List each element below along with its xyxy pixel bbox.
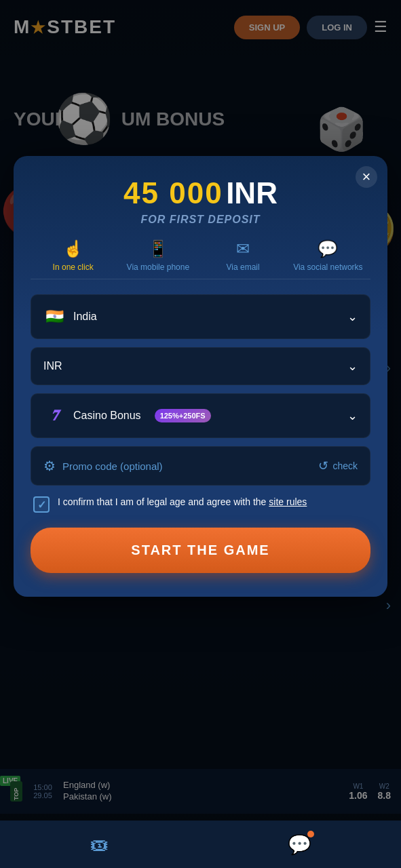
email-icon: ✉ bbox=[236, 239, 250, 258]
currency-selector[interactable]: INR ⌄ bbox=[31, 347, 370, 385]
currency-chevron-icon: ⌄ bbox=[347, 359, 358, 374]
casino-icon: 𝟕 bbox=[43, 405, 65, 427]
hand-pointer-icon: ☝ bbox=[63, 239, 83, 258]
tab-social-label: Via social networks bbox=[293, 262, 363, 272]
country-field-left: 🇮🇳 India bbox=[43, 306, 97, 328]
social-chat-icon: 💬 bbox=[318, 239, 338, 258]
chat-icon[interactable]: 💬 bbox=[288, 833, 311, 856]
bonus-number: 45 000 bbox=[123, 176, 223, 210]
tab-one-click-label: In one click bbox=[53, 262, 94, 272]
promo-check-button[interactable]: ↺ check bbox=[318, 458, 358, 473]
promo-code-row[interactable]: ⚙ Promo code (optional) ↺ check bbox=[31, 446, 370, 486]
country-selector[interactable]: 🇮🇳 India ⌄ bbox=[31, 294, 370, 339]
chevron-down-icon: ⌄ bbox=[347, 309, 358, 324]
registration-tabs: ☝ In one click 📱 Via mobile phone ✉ Via … bbox=[31, 239, 370, 279]
ticket-icon[interactable]: 🎟 bbox=[90, 833, 109, 856]
country-name: India bbox=[73, 311, 97, 323]
bonus-currency: INR bbox=[226, 176, 278, 210]
refresh-icon: ↺ bbox=[318, 458, 328, 473]
casino-label: Casino Bonus bbox=[73, 410, 141, 422]
bonus-amount-display: 45 000 INR bbox=[31, 176, 370, 210]
bonus-field-left: 𝟕 Casino Bonus 125%+250FS bbox=[43, 405, 211, 427]
close-button[interactable]: × bbox=[356, 166, 377, 188]
tab-email-label: Via email bbox=[227, 262, 260, 272]
bottom-navigation: 🎟 💬 bbox=[0, 821, 401, 868]
country-flag: 🇮🇳 bbox=[43, 306, 65, 328]
site-rules-link[interactable]: site rules bbox=[269, 496, 307, 507]
tab-mobile-label: Via mobile phone bbox=[127, 262, 190, 272]
tab-social[interactable]: 💬 Via social networks bbox=[286, 239, 370, 272]
legal-checkbox[interactable]: ✓ bbox=[33, 496, 50, 513]
bonus-chevron-icon: ⌄ bbox=[347, 408, 358, 423]
tab-one-click[interactable]: ☝ In one click bbox=[31, 239, 115, 272]
promo-left: ⚙ Promo code (optional) bbox=[43, 458, 163, 474]
tab-email[interactable]: ✉ Via email bbox=[201, 239, 286, 272]
start-game-button[interactable]: START THE GAME bbox=[31, 528, 370, 573]
modal: × 45 000 INR FOR FIRST DEPOSIT ☝ In one … bbox=[14, 156, 387, 597]
promo-placeholder-text: Promo code (optional) bbox=[62, 460, 163, 472]
bonus-selector[interactable]: 𝟕 Casino Bonus 125%+250FS ⌄ bbox=[31, 393, 370, 438]
currency-field-left: INR bbox=[43, 360, 62, 372]
bonus-subtitle: FOR FIRST DEPOSIT bbox=[31, 214, 370, 226]
checkmark-icon: ✓ bbox=[37, 498, 46, 511]
settings-icon: ⚙ bbox=[43, 458, 56, 474]
bonus-badge: 125%+250FS bbox=[155, 409, 211, 422]
promo-check-label: check bbox=[332, 460, 358, 471]
currency-label: INR bbox=[43, 360, 62, 372]
tab-mobile[interactable]: 📱 Via mobile phone bbox=[115, 239, 200, 272]
legal-text: I confirm that I am of legal age and agr… bbox=[58, 495, 307, 509]
legal-row: ✓ I confirm that I am of legal age and a… bbox=[31, 495, 370, 513]
mobile-phone-icon: 📱 bbox=[148, 239, 168, 258]
